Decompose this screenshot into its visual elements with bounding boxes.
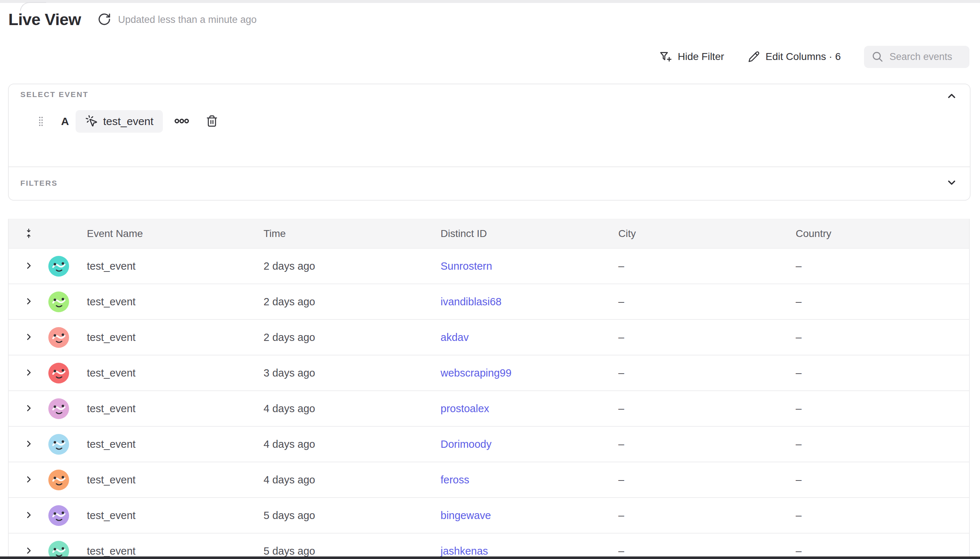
row-expand-button[interactable] [24,475,33,485]
column-header-city: City [618,228,796,240]
chevron-right-icon [24,511,33,521]
event-name-cell: test_event [87,545,264,557]
page-top-edge [0,0,980,3]
table-header-row: Event Name Time Distinct ID City Country [9,219,969,249]
collapse-all-rows-button[interactable] [24,228,33,240]
chevron-right-icon [24,546,33,556]
city-cell: – [618,367,796,379]
refresh-icon [98,12,111,27]
table-row[interactable]: test_event2 days agoSunrostern–– [9,249,969,284]
chevron-right-icon [24,368,33,378]
city-cell: – [618,296,796,308]
chevron-right-icon [24,440,33,449]
user-avatar [48,363,69,384]
table-row[interactable]: test_event3 days agowebscraping99–– [9,356,969,391]
row-expand-button[interactable] [24,368,33,378]
distinct-id-link[interactable]: ivandiblasi68 [441,296,502,308]
page-header: Live View Updated less than a minute ago [8,10,257,30]
country-cell: – [796,509,969,521]
toolbar: Hide Filter Edit Columns · 6 [659,45,970,68]
event-select-chip[interactable]: test_event [76,110,163,133]
row-expand-button[interactable] [24,404,33,413]
chevron-right-icon [24,332,33,342]
event-name-cell: test_event [87,331,264,344]
distinct-id-link[interactable]: jashkenas [441,545,488,557]
event-query-row: A test_event [9,110,218,133]
time-cell: 3 days ago [264,367,441,379]
table-row[interactable]: test_event5 days agojashkenas–– [9,534,969,559]
country-cell: – [796,331,969,344]
city-cell: – [618,260,796,272]
event-overflow-button[interactable] [173,117,190,126]
filters-section[interactable]: FILTERS [9,167,970,199]
row-expand-button[interactable] [24,546,33,556]
row-expand-button[interactable] [24,440,33,449]
country-cell: – [796,296,969,308]
chevron-right-icon [24,404,33,413]
user-avatar [48,434,69,455]
select-event-label: SELECT EVENT [20,90,89,99]
distinct-id-link[interactable]: akdav [441,331,469,343]
row-expand-button[interactable] [24,511,33,521]
time-cell: 2 days ago [264,260,441,272]
chevron-right-icon [24,297,33,307]
table-row[interactable]: test_event4 days agoprostoalex–– [9,391,969,427]
user-avatar [48,256,69,276]
drag-handle[interactable] [38,116,44,127]
city-cell: – [618,331,796,344]
table-row[interactable]: test_event2 days agoivandiblasi68–– [9,284,969,320]
event-name-cell: test_event [87,296,264,308]
user-avatar [48,470,69,490]
country-cell: – [796,545,969,557]
trash-icon [206,115,218,128]
row-expand-button[interactable] [24,332,33,342]
time-cell: 4 days ago [264,403,441,415]
time-cell: 4 days ago [264,474,441,486]
city-cell: – [618,438,796,450]
row-expand-button[interactable] [24,297,33,307]
updated-status-text: Updated less than a minute ago [118,14,257,25]
time-cell: 4 days ago [264,438,441,450]
row-expand-button[interactable] [24,261,33,271]
select-event-collapse-button[interactable] [946,90,957,103]
select-event-section: SELECT EVENT A [9,84,970,167]
distinct-id-link[interactable]: webscraping99 [441,367,511,379]
bottom-edge-bar [0,556,980,559]
table-body: test_event2 days agoSunrostern––test_eve… [9,249,969,559]
time-cell: 2 days ago [264,331,441,344]
distinct-id-link[interactable]: prostoalex [441,403,489,414]
time-cell: 5 days ago [264,509,441,521]
time-cell: 2 days ago [264,296,441,308]
distinct-id-link[interactable]: bingewave [441,509,491,521]
event-name-cell: test_event [87,474,264,486]
cursor-click-icon [85,114,98,129]
chevron-right-icon [24,475,33,485]
refresh-button[interactable] [96,12,112,28]
table-row[interactable]: test_event5 days agobingewave–– [9,498,969,534]
table-row[interactable]: test_event4 days agoDorimoody–– [9,427,969,462]
column-header-distinct-id: Distinct ID [441,228,618,240]
city-cell: – [618,545,796,557]
column-header-country: Country [796,228,969,240]
table-row[interactable]: test_event4 days agofeross–– [9,462,969,498]
query-builder-panel: SELECT EVENT A [8,84,970,201]
distinct-id-link[interactable]: Dorimoody [441,438,491,450]
edit-columns-button[interactable]: Edit Columns · 6 [748,51,841,63]
event-name-cell: test_event [87,260,264,272]
filters-expand-button[interactable] [946,177,957,190]
distinct-id-link[interactable]: Sunrostern [441,260,492,272]
time-cell: 5 days ago [264,545,441,557]
hide-filter-button[interactable]: Hide Filter [659,51,724,63]
live-view-page: Live View Updated less than a minute ago… [0,0,980,559]
search-box [864,46,970,68]
table-row[interactable]: test_event2 days agoakdav–– [9,320,969,356]
delete-event-button[interactable] [206,115,218,128]
user-avatar [48,505,69,526]
chevron-right-icon [24,261,33,271]
distinct-id-link[interactable]: feross [441,474,469,486]
search-input[interactable] [889,51,970,63]
event-name-cell: test_event [87,367,264,379]
user-avatar [48,327,69,348]
column-header-event-name: Event Name [87,228,264,240]
edit-columns-label: Edit Columns · 6 [765,51,841,63]
